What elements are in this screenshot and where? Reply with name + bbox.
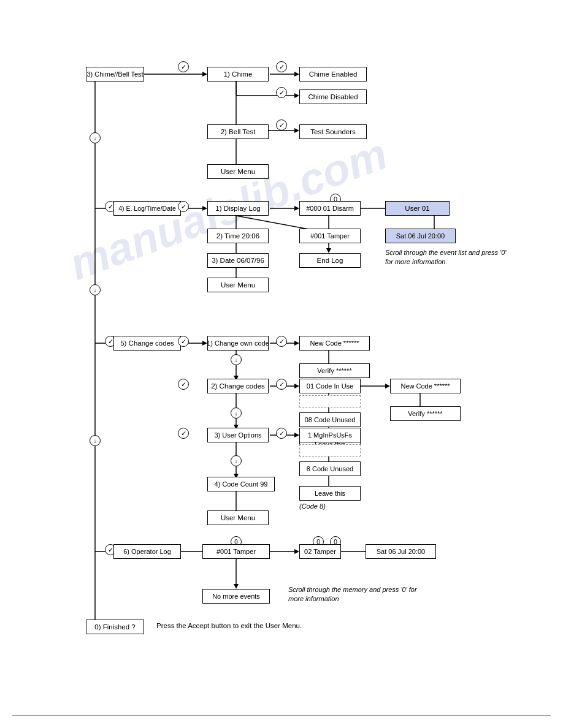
bell-test-box: 2) Bell Test [207, 124, 269, 139]
user-menu-3-box: User Menu [207, 510, 269, 525]
sat-date-2-box: Sat 06 Jul 20:00 [366, 544, 436, 559]
change-own-code-box: 1) Change own code [207, 336, 269, 351]
svg-marker-10 [294, 128, 299, 133]
svg-marker-76 [294, 549, 299, 554]
down-arrow-1: ↓ [90, 132, 101, 143]
chime-bell-test-box: 3) Chime//Bell Test [86, 67, 144, 82]
svg-marker-49 [385, 384, 390, 389]
display-log-box: 1) Display Log [207, 201, 269, 216]
diagram: 3) Chime//Bell Test ✓ 1) Chime ✓ Chime E… [12, 12, 551, 711]
down-arrow-4: ↓ [231, 408, 242, 419]
end-log-box: End Log [299, 253, 361, 268]
new-code-2-box: New Code ****** [390, 379, 461, 393]
event-001b-box: #001 Tamper [202, 544, 270, 559]
check-6: ✓ [178, 201, 189, 212]
svg-marker-1 [202, 72, 207, 77]
down-arrow-2: ↓ [90, 284, 101, 295]
dashed-box-1 [299, 395, 361, 408]
finished-label: Press the Accept button to exit the User… [156, 622, 302, 629]
check-9: ✓ [276, 336, 287, 347]
chime-box: 1) Chime [207, 67, 269, 82]
code8-label: (Code 8) [299, 502, 326, 510]
check-11: ✓ [276, 379, 287, 390]
code-01-in-use-box: 01 Code In Use [299, 379, 361, 393]
new-code-1-box: New Code ****** [299, 336, 370, 351]
svg-marker-47 [294, 384, 299, 389]
verify-1-box: Verify ****** [299, 363, 370, 378]
check-8: ✓ [178, 336, 189, 347]
code-8-unused-box: 8 Code Unused [299, 461, 361, 476]
svg-marker-32 [326, 248, 331, 253]
tamper-02-box: 02 Tamper [299, 544, 341, 559]
test-sounders-box: Test Sounders [299, 124, 367, 139]
svg-marker-60 [294, 433, 299, 438]
scroll-text-2: Scroll through the memory and press '0' … [288, 585, 423, 604]
svg-marker-3 [294, 72, 299, 77]
sat-date-1-box: Sat 06 Jul 20:00 [385, 229, 456, 243]
svg-marker-17 [202, 206, 207, 211]
check-13: ✓ [276, 428, 287, 439]
mgln-1-box: 1 MgInPsUsFs [299, 428, 361, 442]
down-arrow-3: ↓ [231, 354, 242, 365]
svg-marker-80 [234, 584, 239, 589]
check-1: ✓ [178, 61, 189, 72]
time-box: 2) Time 20:06 [207, 229, 269, 243]
verify-2-box: Verify ****** [390, 406, 461, 421]
scroll-text-1: Scroll through the event list and press … [385, 248, 508, 267]
event-001-box: #001 Tamper [299, 229, 361, 243]
code-08-unused-box: 08 Code Unused [299, 412, 361, 427]
elog-box: 4) E. Log/Time/Date [113, 201, 181, 216]
operator-log-box: 6) Operator Log [113, 544, 181, 559]
leave-this-2-box: Leave this [299, 486, 361, 501]
check-4: ✓ [276, 119, 287, 131]
user-options-box: 3) User Options [207, 428, 269, 442]
down-arrow-6: ↓ [90, 435, 101, 446]
svg-marker-6 [294, 93, 299, 98]
check-10: ✓ [178, 379, 189, 390]
svg-marker-41 [294, 341, 299, 346]
bottom-divider [12, 715, 551, 716]
check-3: ✓ [276, 87, 287, 98]
dashed-box-2 [299, 444, 361, 457]
down-arrow-5: ↓ [231, 455, 242, 466]
date-box: 3) Date 06/07/96 [207, 253, 269, 268]
check-2: ✓ [276, 61, 287, 72]
event-000-box: #000 01 Disarm [299, 201, 361, 216]
user-menu-1-box: User Menu [207, 164, 269, 179]
change-codes-main-box: 5) Change codes [113, 336, 181, 351]
code-count-box: 4) Code Count 99 [207, 477, 275, 491]
svg-marker-19 [294, 206, 299, 211]
user-menu-2-box: User Menu [207, 278, 269, 292]
no-more-events-box: No more events [202, 589, 270, 604]
chime-enabled-box: Chime Enabled [299, 67, 367, 82]
check-12: ✓ [178, 428, 189, 439]
user-01-box: User 01 [385, 201, 450, 216]
change-codes-sub-box: 2) Change codes [207, 379, 269, 393]
chime-disabled-box: Chime Disabled [299, 89, 367, 104]
connections-svg [12, 12, 551, 711]
finished-box: 0) Finished ? [86, 620, 144, 634]
